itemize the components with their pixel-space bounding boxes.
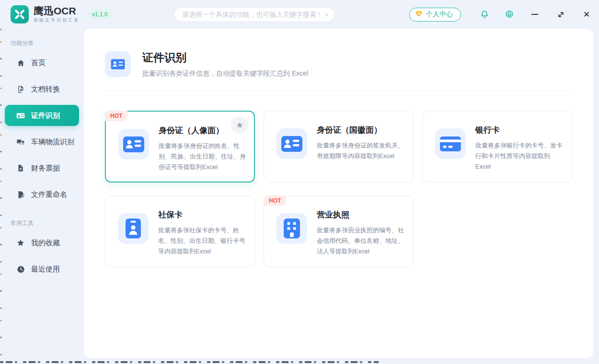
card-icon-box (435, 128, 466, 159)
sidebar-item-label: 文档转换 (31, 85, 60, 94)
sidebar-item-label: 我的收藏 (31, 239, 60, 248)
header-divider (105, 91, 572, 91)
sidebar-item-label: 最近使用 (31, 265, 60, 274)
user-center-label: 个人中心 (426, 10, 453, 19)
sidebar-item-label: 车辆物流识别 (31, 137, 74, 147)
sidebar-section-tools: 功能分类 (11, 39, 84, 47)
clock-icon (16, 265, 25, 273)
topbar-actions: 个人中心 ✕ (409, 0, 592, 29)
vip-gem-icon (415, 10, 423, 20)
hot-badge: HOT (105, 111, 127, 121)
minimize-button[interactable] (529, 9, 541, 20)
page-header-text: 证件识别 批量识别各类证件信息，自动提取关键字段汇总到 Excel (142, 50, 308, 78)
page-subtitle: 批量识别各类证件信息，自动提取关键字段汇总到 Excel (142, 69, 308, 78)
page-header-icon-box (105, 51, 131, 77)
close-button[interactable]: ✕ (581, 9, 592, 20)
background-window-edge-bottom (0, 361, 379, 363)
topbar: 鹰迅OCR 智能文字识别工具 v1.1.0 请选择一个具体的功能，也可输入关键字… (0, 0, 599, 29)
id-card-person-icon (123, 136, 144, 152)
sidebar-item-label: 文件重命名 (31, 190, 67, 199)
card-body: 社保卡 批量将多张社保卡的卡号、姓名、性别、出生日期、银行卡号等内容提取到Exc… (158, 208, 247, 267)
function-search-select[interactable]: 请选择一个具体的功能，也可输入关键字搜索！ ∨ (174, 7, 335, 22)
card-body: 身份证（人像面） 批量将多张身份证的姓名、性别、民族、出生日期、住址、身份证号等… (159, 124, 246, 182)
card-icon-box (276, 213, 307, 244)
card-body: 营业执照 批量将多张营业执照的编号、社会信用代码、单位名称、地址、法人等提取到E… (317, 208, 405, 267)
page-header: 证件识别 批量识别各类证件信息，自动提取关键字段汇总到 Excel (105, 29, 572, 78)
receipt-icon (16, 164, 25, 172)
doc-convert-icon (16, 85, 25, 93)
card-title: 银行卡 (475, 125, 564, 136)
brand-logo-icon (11, 5, 29, 23)
favorite-star-button[interactable]: ★ (231, 116, 248, 134)
settings-gear-icon[interactable] (504, 9, 515, 20)
file-rename-icon (16, 190, 25, 199)
sidebar: 功能分类 首页 文档转换 证件识别 车辆物流识别 财务票据 文件重命名 常用工具 (0, 29, 84, 364)
sidebar-section-common: 常用工具 (11, 219, 84, 228)
card-description: 批量将多张社保卡的卡号、姓名、性别、出生日期、银行卡号等内容提取到Excel (158, 225, 247, 256)
card-idcard-portrait[interactable]: HOT ★ 身份证（人像面） 批量将多张身份证的姓名、性别、民族、出生日期、住址… (105, 111, 255, 182)
brand-text: 鹰迅OCR 智能文字识别工具 (34, 6, 80, 23)
home-icon (16, 58, 25, 67)
background-window-edge-left (0, 29, 2, 364)
star-icon (16, 239, 25, 247)
id-card-icon (111, 57, 125, 71)
card-title: 营业执照 (317, 209, 405, 220)
card-title: 身份证（国徽面） (317, 125, 405, 136)
card-description: 批量将多张营业执照的编号、社会信用代码、单位名称、地址、法人等提取到Excel (317, 225, 405, 256)
resize-icon (557, 11, 565, 19)
sidebar-item-label: 财务票据 (31, 164, 60, 173)
user-center-button[interactable]: 个人中心 (409, 8, 461, 22)
card-social-security[interactable]: 社保卡 批量将多张社保卡的卡号、姓名、性别、出生日期、银行卡号等内容提取到Exc… (105, 195, 255, 267)
star-icon: ★ (236, 120, 243, 130)
card-body: 银行卡 批量将多张银行卡的卡号、发卡行和卡片性质等内容提取到Excel (475, 124, 564, 182)
building-icon (284, 218, 300, 239)
notification-bell-icon[interactable] (479, 9, 490, 20)
sidebar-item-label: 首页 (31, 58, 46, 68)
search-placeholder: 请选择一个具体的功能，也可输入关键字搜索！ (182, 11, 324, 19)
app-window: 鹰迅OCR 智能文字识别工具 v1.1.0 请选择一个具体的功能，也可输入关键字… (0, 0, 599, 364)
minimize-icon (531, 14, 538, 15)
card-description: 批量将多张身份证的姓名、性别、民族、出生日期、住址、身份证号等提取到Excel (159, 141, 246, 172)
card-bank-card[interactable]: 银行卡 批量将多张银行卡的卡号、发卡行和卡片性质等内容提取到Excel (422, 111, 572, 182)
id-card-icon (16, 111, 25, 120)
chevron-down-icon: ∨ (324, 12, 329, 17)
sidebar-item-home[interactable]: 首页 (5, 52, 79, 73)
close-icon: ✕ (583, 10, 590, 20)
page-title: 证件识别 (142, 50, 308, 65)
version-badge: v1.1.0 (87, 10, 113, 19)
card-body: 身份证（国徽面） 批量将多张身份证的签发机关、有效期限等内容提取到Excel (317, 124, 405, 182)
sidebar-item-favorites[interactable]: 我的收藏 (5, 232, 79, 253)
card-description: 批量将多张银行卡的卡号、发卡行和卡片性质等内容提取到Excel (475, 140, 564, 171)
card-idcard-emblem[interactable]: 身份证（国徽面） 批量将多张身份证的签发机关、有效期限等内容提取到Excel (264, 111, 414, 182)
app-logo: 鹰迅OCR 智能文字识别工具 (11, 5, 80, 23)
sidebar-item-financial-receipts[interactable]: 财务票据 (5, 158, 79, 179)
function-cards-grid: HOT ★ 身份证（人像面） 批量将多张身份证的姓名、性别、民族、出生日期、住址… (105, 111, 572, 267)
sidebar-item-doc-convert[interactable]: 文档转换 (5, 79, 79, 100)
sidebar-item-vehicle-logistics[interactable]: 车辆物流识别 (5, 131, 79, 152)
app-tagline: 智能文字识别工具 (34, 17, 80, 23)
card-description: 批量将多张身份证的签发机关、有效期限等内容提取到Excel (317, 140, 405, 161)
card-icon-box (276, 128, 307, 159)
card-icon-box (118, 129, 149, 159)
sidebar-item-recent[interactable]: 最近使用 (5, 259, 79, 280)
id-card-person-icon (281, 136, 302, 152)
card-business-license[interactable]: HOT 营业执照 批量将多张营业执照的编号、社会信用代码、单位名称、地址、法人等… (264, 195, 414, 267)
card-icon-box (118, 213, 149, 244)
sidebar-item-id-recognition[interactable]: 证件识别 (5, 105, 79, 126)
truck-icon (16, 137, 25, 146)
card-title: 社保卡 (158, 209, 247, 220)
sidebar-item-file-rename[interactable]: 文件重命名 (5, 184, 79, 205)
social-card-icon (126, 218, 141, 239)
bank-card-icon (440, 136, 461, 151)
hot-badge: HOT (264, 195, 286, 206)
app-title: 鹰迅OCR (34, 6, 80, 16)
resize-button[interactable] (555, 9, 566, 20)
sidebar-item-label: 证件识别 (31, 111, 60, 120)
main-panel: 证件识别 批量识别各类证件信息，自动提取关键字段汇总到 Excel HOT ★ … (84, 29, 593, 358)
